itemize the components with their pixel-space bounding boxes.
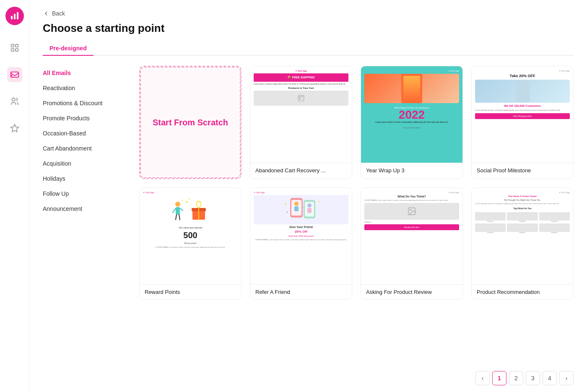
pr-btn: Review this item bbox=[364, 224, 459, 230]
pagination: ‹ 1 2 3 4 › bbox=[126, 364, 587, 392]
rp-points: 500 bbox=[183, 231, 197, 240]
yw-subtitle: Lorem ipsum dolor sit amet, consectetur … bbox=[364, 121, 459, 123]
template-name-review: Asking For Product Review bbox=[361, 284, 462, 299]
svg-rect-29 bbox=[294, 206, 299, 211]
pagination-next[interactable]: › bbox=[559, 371, 574, 385]
template-card-abandoned-cart[interactable]: ✦ Your logo 📦 FREE SHIPPING Lorem ipsum … bbox=[250, 66, 352, 179]
sp-heading: We Hit 100,000 Customers bbox=[475, 104, 570, 107]
pagination-page-1[interactable]: 1 bbox=[492, 371, 506, 385]
svg-point-32 bbox=[307, 203, 312, 208]
template-preview-abandoned: ✦ Your logo 📦 FREE SHIPPING Lorem ipsum … bbox=[250, 66, 352, 163]
sidebar: All Emails Reactivation Promotions & Dis… bbox=[29, 56, 126, 392]
svg-rect-1 bbox=[14, 14, 16, 19]
template-card-refer[interactable]: ✦ Your logo bbox=[250, 187, 352, 300]
pagination-page-4[interactable]: 4 bbox=[543, 371, 557, 385]
template-preview-yearwrap: ✦ Your logo We're Happy To H bbox=[361, 66, 462, 163]
svg-marker-11 bbox=[10, 125, 18, 132]
svg-text:✦: ✦ bbox=[188, 198, 190, 200]
sidebar-item-occasion-based[interactable]: Occasion-Based bbox=[38, 126, 117, 140]
sidebar-item-announcement[interactable]: Announcement bbox=[38, 202, 117, 216]
tab-pre-designed[interactable]: Pre-designed bbox=[43, 42, 94, 56]
pr-img bbox=[364, 203, 459, 220]
svg-rect-3 bbox=[11, 44, 13, 47]
template-card-year-wrap[interactable]: ✦ Your logo We're Happy To H bbox=[361, 66, 463, 179]
svg-line-20 bbox=[180, 208, 183, 210]
svg-point-13 bbox=[299, 98, 301, 99]
svg-rect-0 bbox=[11, 16, 13, 19]
template-preview-prodrec: ✦ Your logo You Have A Great Taste! We T… bbox=[472, 188, 573, 284]
template-name-abandoned: Abandoned Cart Recovery ... bbox=[250, 163, 352, 178]
templates-nav-icon[interactable] bbox=[7, 121, 22, 136]
preview-products-label: Products in Your Cart bbox=[254, 87, 348, 89]
sidebar-item-reactivation[interactable]: Reactivation bbox=[38, 81, 117, 95]
template-grid: Start From Scratch ✦ Your logo 📦 FREE SH… bbox=[139, 66, 574, 300]
pr-logo: ✦ Your logo bbox=[364, 191, 459, 194]
preview-hero: 📦 FREE SHIPPING bbox=[254, 73, 348, 82]
svg-text:✦: ✦ bbox=[286, 211, 288, 213]
rf-illustration: ★ ✦ ✦ bbox=[254, 195, 348, 224]
svg-rect-5 bbox=[11, 49, 13, 51]
svg-text:★: ★ bbox=[284, 202, 287, 205]
template-card-scratch[interactable]: Start From Scratch bbox=[139, 66, 242, 179]
svg-point-38 bbox=[410, 209, 411, 210]
sp-btn: Start Shopping Now bbox=[475, 113, 570, 119]
rec-title: You Have A Great Taste! bbox=[475, 195, 570, 197]
template-card-social-proof[interactable]: ✦ Your logo Take 20% OFF We Hit 100,000 … bbox=[471, 66, 574, 179]
sidebar-item-acquisition[interactable]: Acquisition bbox=[38, 156, 117, 171]
rp-earned: You have just earned bbox=[179, 226, 202, 229]
sp-photo bbox=[475, 80, 570, 103]
rf-text: Hi [FIRSTNAME], Lorem ipsum dolor sit em… bbox=[255, 239, 347, 241]
page-title: Choose a starting point bbox=[43, 22, 574, 35]
template-preview-social: ✦ Your logo Take 20% OFF We Hit 100,000 … bbox=[472, 66, 573, 163]
contacts-nav-icon[interactable] bbox=[7, 94, 22, 109]
svg-point-17 bbox=[175, 202, 180, 207]
svg-rect-18 bbox=[176, 207, 180, 215]
rec-logo: ✦ Your logo bbox=[475, 191, 570, 194]
svg-line-22 bbox=[179, 215, 180, 220]
sidebar-item-promote-products[interactable]: Promote Products bbox=[38, 111, 117, 125]
preview-img-placeholder bbox=[254, 91, 348, 106]
svg-rect-2 bbox=[17, 12, 18, 19]
svg-rect-33 bbox=[307, 208, 312, 213]
pagination-page-3[interactable]: 3 bbox=[526, 371, 540, 385]
back-link[interactable]: Back bbox=[43, 10, 574, 17]
pagination-prev[interactable]: ‹ bbox=[475, 371, 490, 385]
sidebar-item-follow-up[interactable]: Follow Up bbox=[38, 187, 117, 201]
svg-text:★: ★ bbox=[181, 199, 183, 201]
rf-logo: ✦ Your logo bbox=[254, 191, 265, 194]
body-area: All Emails Reactivation Promotions & Dis… bbox=[29, 56, 587, 392]
rp-text: Hi [FIRSTNAME], Lorem ipsum dolor sit em… bbox=[156, 246, 225, 248]
preview-text: Lorem ipsum a dolore magna dicta lorem n… bbox=[254, 83, 348, 86]
preview-logo: ✦ Your logo bbox=[254, 70, 348, 72]
template-card-review[interactable]: ✦ Your logo What Do You Think? Hi [FIRST… bbox=[361, 187, 463, 300]
scratch-label: Start From Scratch bbox=[144, 109, 236, 136]
rec-grid: Product 1 Product 2 Product 3 Product 4 … bbox=[475, 212, 570, 234]
scratch-preview: Start From Scratch bbox=[140, 67, 241, 178]
template-name-reward: Reward Points bbox=[140, 284, 241, 299]
main-content: Back Choose a starting point Pre-designe… bbox=[29, 0, 587, 392]
template-card-prodrec[interactable]: ✦ Your logo You Have A Great Taste! We T… bbox=[471, 187, 574, 300]
app-logo[interactable] bbox=[5, 7, 24, 25]
template-name-social: Social Proof Milestone bbox=[472, 163, 573, 178]
yw-photo bbox=[364, 74, 459, 103]
sidebar-item-cart-abandonment[interactable]: Cart Abandonment bbox=[38, 141, 117, 156]
pagination-page-2[interactable]: 2 bbox=[509, 371, 523, 385]
template-preview-refer: ✦ Your logo bbox=[250, 188, 352, 284]
svg-text:✦: ✦ bbox=[318, 200, 320, 203]
rp-bonus: Bonus points bbox=[184, 242, 197, 244]
rf-title: Give Your Friend bbox=[289, 226, 313, 228]
sidebar-item-all-emails[interactable]: All Emails bbox=[38, 66, 117, 80]
analytics-nav-icon[interactable] bbox=[7, 40, 22, 55]
pr-title: What Do You Think? bbox=[364, 195, 459, 198]
template-card-reward[interactable]: ✦ Your logo bbox=[139, 187, 242, 300]
campaigns-nav-icon[interactable] bbox=[7, 67, 22, 82]
rf-discount: 20% Off bbox=[295, 230, 307, 234]
svg-line-21 bbox=[176, 215, 177, 220]
rec-subtitle: We Thought You Might Like These Too. bbox=[475, 199, 570, 201]
yw-time: Time you spent with us bbox=[364, 127, 459, 129]
template-preview-reward: ✦ Your logo bbox=[140, 188, 241, 284]
sidebar-item-holidays[interactable]: Holidays bbox=[38, 171, 117, 186]
template-name-yearwrap: Year Wrap Up 3 bbox=[361, 163, 462, 178]
back-label: Back bbox=[52, 10, 65, 17]
sidebar-item-promotions[interactable]: Promotions & Discount bbox=[38, 96, 117, 110]
